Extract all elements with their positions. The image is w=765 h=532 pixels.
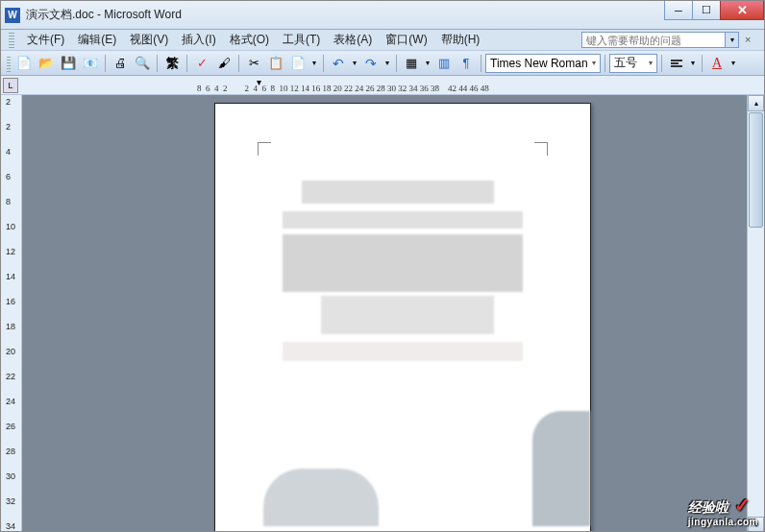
menu-view[interactable]: 视图(V) — [123, 32, 175, 48]
new-doc-button[interactable] — [13, 53, 35, 74]
v-tick: 12 — [6, 247, 15, 256]
simplified-toggle[interactable]: 繁 — [161, 53, 183, 74]
v-tick: 2 — [6, 97, 11, 107]
menu-file[interactable]: 文件(F) — [20, 32, 71, 48]
watermark-sub: jingyanla.com — [688, 517, 758, 527]
copy-button[interactable] — [265, 53, 286, 74]
open-button[interactable] — [36, 53, 57, 74]
v-tick: 32 — [6, 496, 15, 506]
font-color-icon: A — [712, 56, 722, 71]
columns-button[interactable] — [433, 53, 455, 74]
font-color-dropdown[interactable]: ▾ — [728, 53, 738, 74]
indent-marker-icon[interactable]: ▾ — [257, 77, 261, 87]
table-icon — [406, 56, 417, 70]
v-tick: 26 — [6, 422, 15, 431]
redo-button[interactable] — [360, 53, 382, 74]
redo-dropdown[interactable]: ▾ — [382, 53, 392, 74]
v-tick: 18 — [6, 322, 15, 331]
align-button[interactable] — [666, 53, 687, 74]
separator — [661, 55, 662, 72]
v-tick: 6 — [6, 172, 11, 181]
tab-selector[interactable]: L — [3, 78, 18, 93]
v-tick: 2 — [6, 122, 11, 132]
spellcheck-button[interactable] — [191, 53, 212, 74]
window-title: 演示文档.doc - Microsoft Word — [26, 7, 182, 23]
show-marks-button[interactable] — [456, 53, 477, 74]
maximize-button[interactable]: ☐ — [692, 1, 721, 20]
menu-help[interactable]: 帮助(H) — [434, 32, 487, 48]
separator — [105, 55, 106, 72]
save-button[interactable] — [58, 53, 79, 74]
redacted-content — [283, 211, 523, 229]
v-tick: 20 — [6, 347, 15, 356]
columns-icon — [438, 56, 450, 70]
menu-close-icon[interactable]: × — [745, 34, 758, 47]
menu-format[interactable]: 格式(O) — [223, 32, 276, 48]
redacted-content — [321, 296, 494, 334]
v-tick: 22 — [6, 372, 15, 381]
check-icon: ✓ — [734, 495, 751, 516]
vertical-ruler[interactable]: 2 2 4 6 8 10 12 14 16 18 20 22 24 26 28 … — [1, 95, 22, 532]
font-name-value: Times New Roman — [490, 57, 588, 70]
scroll-up-button[interactable]: ▴ — [748, 95, 764, 111]
print-button[interactable] — [110, 53, 131, 74]
close-button[interactable]: ✕ — [720, 1, 764, 20]
v-tick: 8 — [6, 197, 11, 206]
margin-mark-tl — [258, 142, 271, 156]
undo-button[interactable] — [328, 53, 349, 74]
document-viewport[interactable] — [22, 95, 764, 532]
chevron-down-icon: ▾ — [592, 59, 596, 67]
menu-window[interactable]: 窗口(W) — [379, 32, 433, 48]
v-tick: 30 — [6, 472, 15, 481]
align-dropdown[interactable]: ▾ — [688, 53, 698, 74]
cut-button[interactable] — [243, 53, 264, 74]
v-tick: 24 — [6, 397, 15, 406]
menu-insert[interactable]: 插入(I) — [175, 32, 222, 48]
paragraph-icon — [463, 56, 470, 70]
redacted-content — [283, 234, 523, 292]
vertical-scrollbar[interactable]: ▴ ▾ — [747, 95, 764, 532]
horizontal-ruler[interactable]: 8 6 4 2 2 4 6 8 10 12 14 16 18 20 22 24 … — [197, 78, 754, 93]
font-name-combo[interactable]: Times New Roman ▾ — [485, 54, 601, 73]
v-tick: 10 — [6, 222, 15, 231]
watermark-text: 经验啦 — [688, 499, 728, 515]
new-icon — [16, 56, 32, 70]
table-dropdown[interactable]: ▾ — [423, 53, 432, 74]
watermark: 经验啦 ✓ jingyanla.com — [688, 494, 758, 527]
redacted-content — [532, 411, 590, 526]
scroll-thumb[interactable] — [749, 112, 763, 228]
menu-edit[interactable]: 编辑(E) — [71, 32, 123, 48]
menu-table[interactable]: 表格(A) — [327, 32, 379, 48]
font-size-value: 五号 — [614, 55, 637, 71]
format-painter-button[interactable] — [213, 53, 234, 74]
paste-dropdown[interactable]: ▾ — [309, 53, 319, 74]
help-dropdown-icon[interactable]: ▾ — [726, 32, 739, 48]
paste-button[interactable] — [287, 53, 308, 74]
separator — [186, 55, 187, 72]
check-icon — [197, 56, 208, 70]
redacted-content — [302, 181, 494, 204]
separator — [157, 55, 158, 72]
font-size-combo[interactable]: 五号 ▾ — [609, 54, 657, 73]
save-icon — [61, 56, 76, 70]
open-icon — [38, 56, 54, 70]
ruler-ticks: 8 6 4 2 2 4 6 8 10 12 14 16 18 20 22 24 … — [197, 84, 489, 93]
menu-tools[interactable]: 工具(T) — [276, 32, 327, 48]
title-bar: W 演示文档.doc - Microsoft Word ─ ☐ ✕ — [1, 1, 764, 30]
minimize-button[interactable]: ─ — [664, 1, 693, 20]
document-page[interactable] — [214, 103, 591, 532]
undo-icon — [333, 56, 344, 71]
print-icon — [114, 56, 127, 70]
font-color-button[interactable]: A — [706, 53, 728, 74]
preview-button[interactable] — [132, 53, 153, 74]
document-workspace: 2 2 4 6 8 10 12 14 16 18 20 22 24 26 28 … — [1, 95, 764, 532]
v-tick: 4 — [6, 147, 11, 157]
insert-table-button[interactable] — [401, 53, 422, 74]
help-input[interactable] — [581, 32, 726, 48]
mail-button[interactable] — [80, 53, 101, 74]
window-controls: ─ ☐ ✕ — [665, 1, 764, 20]
cut-icon — [249, 56, 259, 70]
redo-icon — [365, 56, 377, 71]
preview-icon — [135, 56, 150, 70]
undo-dropdown[interactable]: ▾ — [350, 53, 359, 74]
